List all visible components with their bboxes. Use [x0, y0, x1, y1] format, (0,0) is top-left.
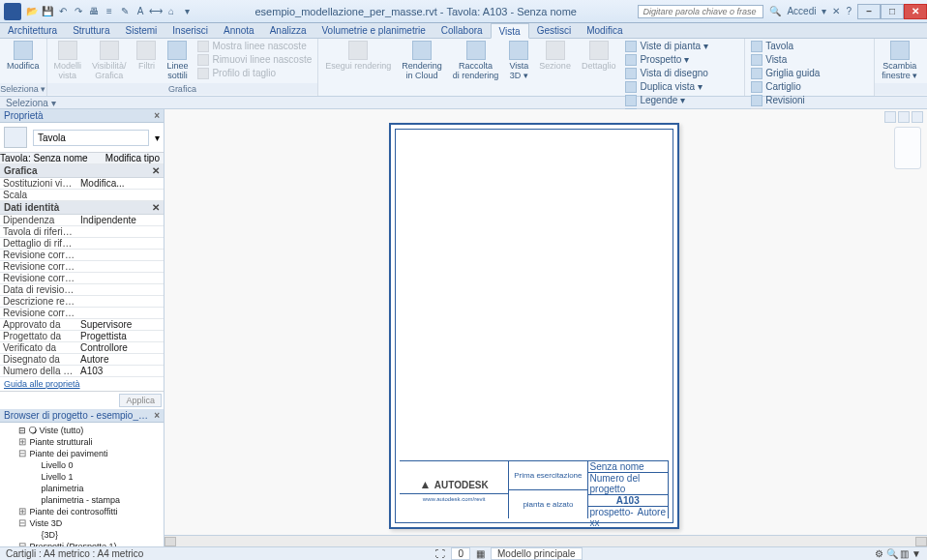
status-segment[interactable]: 0 [451, 547, 470, 560]
property-row[interactable]: Verificato daControllore [0, 342, 164, 354]
browser-close-icon[interactable]: × [154, 410, 160, 421]
canvas-tool-icon[interactable] [898, 111, 910, 123]
qat-icon[interactable]: ⟷ [149, 5, 163, 18]
type-dropdown-icon[interactable]: ▾ [155, 133, 160, 143]
ribbon-tab[interactable]: Collabora [434, 23, 491, 38]
sheet[interactable]: ▲ AUTODESK www.autodesk.com/revit Prima … [389, 123, 679, 529]
tree-item[interactable]: ⊟ Prospetti (Prospetto 1) [4, 541, 160, 546]
ribbon-button[interactable]: Vista 3D ▾ [505, 40, 532, 81]
ribbon-small-button[interactable]: Prospetto ▾ [622, 53, 741, 67]
select-label[interactable]: Seleziona ▾ [6, 98, 56, 108]
property-row[interactable]: Revisione corrente emess... [0, 261, 164, 273]
property-row[interactable]: Progettato daProgettista [0, 331, 164, 342]
tree-item[interactable]: planimetria [4, 483, 160, 494]
ribbon-tab[interactable]: Analizza [262, 23, 314, 38]
help-search-input[interactable] [638, 5, 763, 18]
qat-redo-icon[interactable]: ↷ [72, 5, 85, 18]
ribbon-small-button[interactable]: Viste di pianta ▾ [622, 40, 741, 53]
properties-help-link[interactable]: Guida alle proprietà [0, 377, 164, 391]
minimize-button[interactable]: – [857, 4, 881, 19]
qat-icon[interactable]: ⌂ [164, 5, 178, 18]
property-row[interactable]: Revisione corrente [0, 308, 164, 319]
property-value[interactable]: Autore [77, 354, 164, 365]
nav-cube[interactable] [894, 127, 921, 169]
qat-dropdown-icon[interactable]: ▾ [180, 5, 194, 18]
tree-item[interactable]: {3D} [4, 529, 160, 541]
ribbon-tab[interactable]: Gestisci [529, 23, 580, 38]
ribbon-tab[interactable]: Modifica [579, 23, 630, 38]
tree-item[interactable]: ⊟ Piante dei pavimenti [4, 448, 160, 459]
ribbon-button[interactable]: Scambia finestre ▾ [878, 40, 921, 81]
property-row[interactable]: DipendenzaIndipendente [0, 215, 164, 226]
property-category[interactable]: Grafica✕ [0, 164, 164, 178]
status-icon[interactable]: 🔍 [886, 548, 898, 559]
scroll-left-icon[interactable] [164, 537, 176, 546]
property-row[interactable]: Tavola di riferimento [0, 226, 164, 238]
ribbon-tab[interactable]: Architettura [0, 23, 65, 38]
ribbon-button[interactable]: Raccolta di rendering [449, 40, 503, 81]
ribbon-small-button[interactable]: Duplica vista ▾ [622, 80, 741, 94]
tree-item[interactable]: ⊟ Viste 3D [4, 517, 160, 529]
maximize-button[interactable]: □ [881, 4, 904, 19]
ribbon-tab[interactable]: Sistemi [118, 23, 165, 38]
status-icon[interactable]: ▥ [900, 548, 909, 559]
signin-dropdown-icon[interactable]: ▾ [822, 6, 826, 16]
tree-item[interactable]: Livello 1 [4, 471, 160, 483]
ribbon-tab[interactable]: Volumetrie e planimetrie [314, 23, 434, 38]
qat-print-icon[interactable]: 🖶 [87, 5, 101, 18]
ribbon-tab[interactable]: Struttura [65, 23, 117, 38]
type-selector[interactable]: Tavola [33, 130, 149, 146]
qat-measure-icon[interactable]: ≡ [103, 5, 116, 18]
property-row[interactable]: Approvato daSupervisore [0, 319, 164, 331]
ribbon-button[interactable]: Linee sottili [163, 40, 192, 81]
exchange-icon[interactable]: ✕ [832, 6, 840, 16]
qat-save-icon[interactable]: 💾 [41, 5, 54, 18]
workset-selector[interactable]: Modello principale [491, 547, 583, 560]
ribbon-small-button[interactable]: Vista di disegno [622, 67, 741, 80]
property-row[interactable]: Data di revisione corrente [0, 284, 164, 296]
tree-item[interactable]: Livello 0 [4, 459, 160, 471]
property-value[interactable]: A103 [77, 366, 164, 376]
edit-type-button[interactable]: Modifica tipo [102, 153, 164, 163]
property-row[interactable]: Revisione corrente emess... [0, 273, 164, 284]
property-value[interactable]: Controllore [77, 342, 164, 353]
ribbon-tab[interactable]: Vista [491, 23, 529, 39]
property-row[interactable]: Scala [0, 190, 164, 201]
help-icon[interactable]: ? [846, 6, 852, 16]
status-icon[interactable]: ⚙ [875, 548, 883, 559]
project-browser[interactable]: ⊟ 🔾 Viste (tutto)⊞ Piante strutturali⊟ P… [0, 423, 164, 546]
canvas-tool-icon[interactable] [884, 111, 896, 123]
qat-icon[interactable]: A [134, 5, 147, 18]
property-row[interactable]: Descrizione revisione corr... [0, 296, 164, 308]
tree-item[interactable]: planimetria - stampa [4, 494, 160, 506]
drawing-canvas[interactable]: ▲ AUTODESK www.autodesk.com/revit Prima … [164, 109, 927, 546]
property-value[interactable]: Modifica... [77, 178, 164, 189]
properties-close-icon[interactable]: × [154, 110, 160, 121]
property-row[interactable]: Dettaglio di riferimento [0, 238, 164, 250]
close-button[interactable]: ✕ [904, 4, 927, 19]
apply-button[interactable]: Applica [119, 394, 162, 407]
ribbon-button[interactable]: Modifica [3, 40, 44, 72]
property-row[interactable]: Disegnato daAutore [0, 354, 164, 366]
ribbon-small-button[interactable]: Revisioni [748, 94, 871, 107]
ribbon-tab[interactable]: Annota [216, 23, 262, 38]
qat-open-icon[interactable]: 📂 [25, 5, 39, 18]
property-value[interactable]: Progettista [77, 331, 164, 341]
status-icon[interactable]: ▦ [476, 548, 485, 559]
qat-icon[interactable]: ✎ [118, 5, 132, 18]
qat-undo-icon[interactable]: ↶ [56, 5, 70, 18]
scroll-right-icon[interactable] [915, 537, 927, 546]
search-icon[interactable]: 🔍 [769, 6, 781, 16]
property-row[interactable]: Revisione corrente emessa [0, 250, 164, 261]
property-row[interactable]: Sostituzioni visibilità/grafi...Modifica… [0, 178, 164, 190]
ribbon-tab[interactable]: Inserisci [164, 23, 216, 38]
property-category[interactable]: Dati identità✕ [0, 201, 164, 215]
status-icon[interactable]: ⛶ [435, 548, 445, 559]
app-icon[interactable] [4, 3, 21, 20]
ribbon-small-button[interactable]: Cartiglio [748, 80, 871, 94]
property-value[interactable]: Indipendente [77, 215, 164, 225]
tree-item[interactable]: ⊟ 🔾 Viste (tutto) [4, 425, 160, 436]
ribbon-small-button[interactable]: Tavola [748, 40, 871, 53]
ribbon-button[interactable]: Rendering in Cloud [398, 40, 446, 81]
property-row[interactable]: Numero della tavolaA103 [0, 366, 164, 377]
